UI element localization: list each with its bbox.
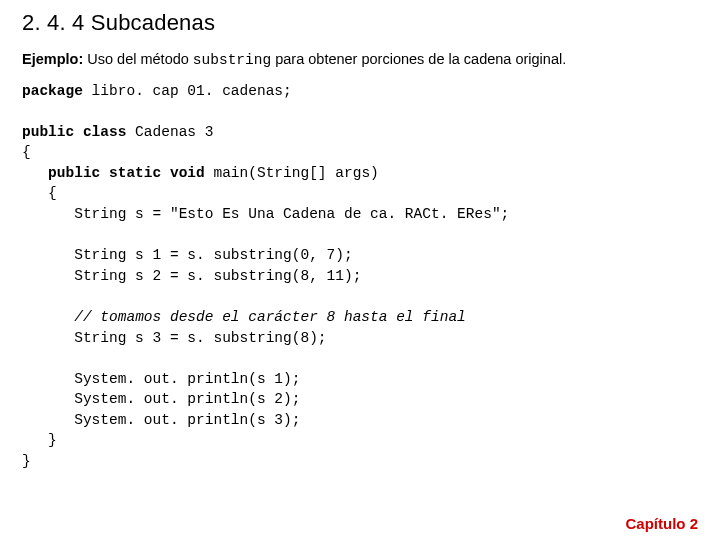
code-l4-pad [22, 165, 48, 181]
code-block: package libro. cap 01. cadenas; public c… [22, 81, 698, 472]
code-l4: main(String[] args) [205, 165, 379, 181]
code-l1: libro. cap 01. cadenas; [83, 83, 292, 99]
code-l3: { [22, 144, 31, 160]
code-l15: } [22, 453, 31, 469]
code-l14: } [22, 432, 57, 448]
code-l7: String s 1 = s. substring(0, 7); [22, 247, 353, 263]
intro-code: substring [193, 52, 271, 68]
intro-before: Uso del método [83, 51, 193, 67]
code-l12: System. out. println(s 2); [22, 391, 300, 407]
code-comment: // tomamos desde el carácter 8 hasta el … [74, 309, 466, 325]
code-l10: String s 3 = s. substring(8); [22, 330, 327, 346]
code-l6: String s = "Esto Es Una Cadena de ca. RA… [22, 206, 509, 222]
code-l8: String s 2 = s. substring(8, 11); [22, 268, 361, 284]
kw-package: package [22, 83, 83, 99]
code-l13: System. out. println(s 3); [22, 412, 300, 428]
kw-public-class: public class [22, 124, 126, 140]
code-l5: { [22, 185, 57, 201]
chapter-footer: Capítulo 2 [625, 515, 698, 532]
code-l11: System. out. println(s 1); [22, 371, 300, 387]
intro-after: para obtener porciones de la cadena orig… [271, 51, 566, 67]
section-heading: 2. 4. 4 Subcadenas [22, 10, 698, 36]
example-intro: Ejemplo: Uso del método substring para o… [22, 50, 698, 71]
kw-psv: public static void [48, 165, 205, 181]
intro-prefix: Ejemplo: [22, 51, 83, 67]
code-l9-pad [22, 309, 74, 325]
code-l2: Cadenas 3 [126, 124, 213, 140]
